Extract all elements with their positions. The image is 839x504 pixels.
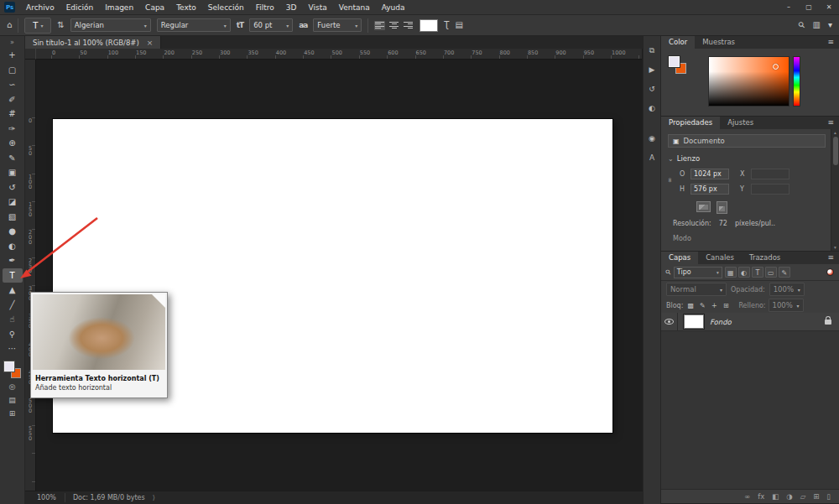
filter-type-layers-icon[interactable]: T (752, 267, 763, 278)
libraries-panel-icon[interactable]: ⧉ (645, 44, 659, 56)
scroll-up-icon[interactable]: ▴ (834, 130, 836, 135)
clone-stamp-tool[interactable]: ▣ (3, 165, 23, 180)
menu-3d[interactable]: 3D (280, 0, 303, 15)
screen-mode-icon[interactable]: ▤ (3, 393, 23, 407)
panel-menu-icon[interactable]: ≡ (822, 252, 839, 264)
filter-pixel-layers-icon[interactable]: ▦ (725, 267, 737, 278)
opacity-select[interactable]: 100% ▾ (769, 283, 805, 296)
tab-ajustes[interactable]: Ajustes (720, 117, 761, 129)
blur-tool[interactable]: ● (3, 224, 23, 239)
color-cursor[interactable] (773, 64, 779, 70)
panel-menu-icon[interactable]: ≡ (822, 117, 839, 129)
canvas-height-input[interactable]: 576 px (690, 184, 729, 195)
lock-pixels-icon[interactable]: ✎ (697, 300, 707, 311)
align-center-icon[interactable] (388, 21, 399, 30)
gradient-tool[interactable]: ▧ (3, 210, 23, 225)
filter-shape-layers-icon[interactable]: ▭ (765, 267, 777, 278)
quick-selection-tool[interactable]: ✐ (3, 92, 23, 107)
type-tool[interactable]: T (3, 268, 23, 283)
layer-effects-icon[interactable]: fx (758, 491, 764, 502)
text-orientation-icon[interactable]: ⇅ (57, 21, 64, 29)
shape-tool[interactable]: ╱ (3, 298, 23, 313)
tab-close-icon[interactable]: × (147, 39, 154, 47)
layer-name[interactable]: Fondo (710, 318, 732, 326)
crop-tool[interactable]: # (3, 107, 23, 122)
actions-panel-icon[interactable]: ▶ (645, 64, 659, 75)
document-tab[interactable]: Sin título-1 al 100% (RGB/8#) × (25, 36, 161, 49)
scrollbar-thumb[interactable] (833, 137, 838, 165)
layer-row-background[interactable]: Fondo (661, 313, 839, 331)
landscape-thumbnail[interactable] (696, 201, 711, 212)
canvas-y-input[interactable] (751, 184, 789, 195)
fill-select[interactable]: 100% ▾ (769, 299, 804, 312)
maximize-button[interactable]: ▢ (799, 0, 819, 15)
minimize-button[interactable]: – (779, 0, 799, 15)
link-layers-icon[interactable]: ∞ (744, 491, 750, 502)
menu-archivo[interactable]: Archivo (20, 0, 60, 15)
layer-group-icon[interactable]: ▱ (800, 491, 806, 502)
filter-toggle[interactable] (826, 268, 834, 276)
layer-lock-icon[interactable] (825, 320, 831, 325)
text-color-swatch[interactable] (420, 19, 438, 32)
new-layer-icon[interactable]: ⊞ (813, 491, 819, 502)
history-panel-icon[interactable]: ↺ (645, 83, 659, 95)
hue-slider[interactable] (793, 56, 800, 107)
layer-filter-select[interactable]: Tipo ▾ (674, 267, 722, 278)
canvas-section-header[interactable]: ⌄ Lienzo (668, 154, 700, 163)
delete-layer-icon[interactable]: ▯ (826, 491, 831, 502)
canvas-x-input[interactable] (751, 169, 789, 179)
brush-tool[interactable]: ✎ (3, 151, 23, 166)
collapse-toolbar-icon[interactable]: » (0, 36, 24, 46)
character-panel-icon[interactable]: A (645, 152, 659, 164)
tab-color[interactable]: Color (661, 36, 695, 49)
menu-texto[interactable]: Texto (170, 0, 202, 15)
zoom-tool[interactable]: ⚲ (3, 327, 23, 342)
history-brush-tool[interactable]: ↺ (3, 180, 23, 195)
status-options-icon[interactable]: ⟩ (153, 494, 155, 501)
canvas-width-input[interactable]: 1024 px (690, 169, 729, 179)
horizontal-ruler[interactable]: 0501001502002503003504004505005506006507… (36, 49, 642, 60)
menu-edicion[interactable]: Edición (60, 0, 100, 15)
close-button[interactable]: ✕ (819, 0, 839, 15)
font-family-select[interactable]: Algerian ▾ (70, 18, 151, 32)
align-right-icon[interactable] (403, 21, 414, 30)
tab-capas[interactable]: Capas (661, 252, 698, 264)
frame-mode-icon[interactable]: ⊞ (3, 407, 23, 420)
eraser-tool[interactable]: ◪ (3, 195, 23, 210)
quick-mask-icon[interactable]: ◎ (3, 380, 23, 393)
tool-preset-picker[interactable]: T ▾ (24, 18, 51, 34)
lasso-tool[interactable]: ∽ (3, 77, 23, 92)
photoshop-logo-icon[interactable]: Ps (4, 2, 15, 13)
tab-propiedades[interactable]: Propiedades (661, 117, 720, 129)
menu-filtro[interactable]: Filtro (250, 0, 280, 15)
menu-imagen[interactable]: Imagen (99, 0, 139, 15)
info-panel-icon[interactable]: ◉ (645, 132, 659, 144)
blend-mode-select[interactable]: Normal ▾ (666, 283, 727, 296)
foreground-color-swatch[interactable] (4, 361, 14, 372)
path-selection-tool[interactable]: ▲ (3, 283, 23, 298)
healing-brush-tool[interactable]: ⊕ (3, 136, 23, 151)
adjustment-layer-icon[interactable]: ◑ (786, 491, 792, 502)
align-left-icon[interactable] (374, 21, 385, 30)
font-size-select[interactable]: 60 pt ▾ (249, 18, 293, 32)
adjustments-panel-icon[interactable]: ◐ (645, 102, 659, 114)
toggle-panels-icon[interactable]: ▤ (455, 21, 462, 29)
scroll-down-icon[interactable]: ▾ (834, 245, 836, 250)
warp-text-icon[interactable]: Ʈ (444, 21, 449, 29)
menu-ayuda[interactable]: Ayuda (376, 0, 411, 15)
eyedropper-tool[interactable]: ✑ (3, 122, 23, 137)
lock-artboard-icon[interactable]: ⊞ (721, 300, 731, 311)
foreground-color-swatch[interactable] (669, 56, 680, 67)
resolution-value[interactable]: 72 (719, 220, 727, 227)
menu-vista[interactable]: Vista (302, 0, 332, 15)
move-tool[interactable]: + (3, 48, 23, 63)
vertical-ruler[interactable]: 050100150200250300350400450500550 (25, 60, 36, 491)
anti-alias-select[interactable]: Fuerte ▾ (313, 18, 362, 32)
resolution-unit[interactable]: píxeles/pul.. (735, 220, 775, 227)
lock-position-icon[interactable]: + (709, 300, 719, 311)
dodge-tool[interactable]: ◐ (3, 239, 23, 254)
portrait-thumbnail[interactable] (717, 201, 727, 214)
ruler-corner[interactable] (25, 49, 36, 60)
tab-trazados[interactable]: Trazados (742, 252, 788, 264)
tab-canales[interactable]: Canales (698, 252, 742, 264)
